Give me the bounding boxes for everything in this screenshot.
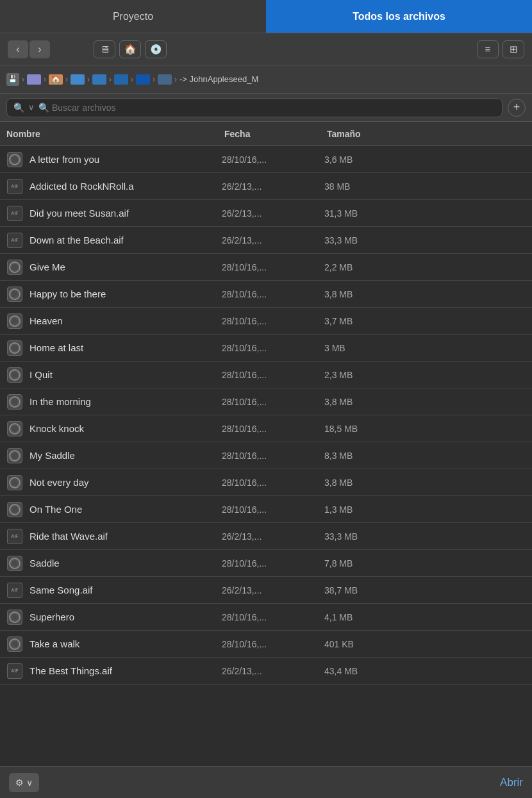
file-size: 1,3 MB [324,504,526,515]
table-row[interactable]: Knock knock28/10/16,...18,5 MB [0,415,532,442]
table-row[interactable]: Take a walk28/10/16,...401 KB [0,631,532,658]
table-header: Nombre Fecha Tamaño [0,122,532,146]
file-name: On The One [29,504,222,515]
table-row[interactable]: I Quit28/10/16,...2,3 MB [0,362,532,388]
breadcrumb: 💾 › › 🏠 › › › › › › -> JohnAppleseed_M [0,65,532,94]
file-size: 43,4 MB [324,666,526,676]
file-size: 3,6 MB [324,154,526,165]
file-name: Heaven [29,315,222,326]
table-row[interactable]: AIFThe Best Things.aif26/2/13,...43,4 MB [0,658,532,685]
table-row[interactable]: Saddle28/10/16,...7,8 MB [0,550,532,577]
file-date: 28/10/16,... [222,262,324,272]
project-file-icon [6,286,23,303]
audio-file-icon: AIF [6,582,23,599]
folder3-icon [136,74,150,85]
table-row[interactable]: AIFSame Song.aif26/2/13,...38,7 MB [0,577,532,604]
file-size: 7,8 MB [324,558,526,569]
file-size: 38 MB [324,181,526,192]
table-row[interactable]: AIFRide that Wave.aif26/2/13,...33,3 MB [0,523,532,550]
audio-file-icon: AIF [6,178,23,195]
tab-todos[interactable]: Todos los archivos [266,0,532,33]
table-row[interactable]: My Saddle28/10/16,...8,3 MB [0,442,532,469]
table-row[interactable]: Home at last28/10/16,...3 MB [0,335,532,362]
file-name: Give Me [29,262,222,272]
back-button[interactable]: ‹ [8,40,28,58]
home-icon-button[interactable]: 🏠 [119,40,141,58]
file-date: 28/10/16,... [222,397,324,407]
table-row[interactable]: In the morning28/10/16,...3,8 MB [0,388,532,415]
table-row[interactable]: AIFDid you meet Susan.aif26/2/13,...31,3… [0,200,532,227]
table-row[interactable]: A letter from you28/10/16,...3,6 MB [0,146,532,173]
project-file-icon [6,259,23,276]
file-name: Not every day [29,477,222,488]
home-folder-icon: 🏠 [49,74,63,85]
table-row[interactable]: Give Me28/10/16,...2,2 MB [0,254,532,281]
folder4-icon [158,74,172,85]
file-date: 28/10/16,... [222,639,324,649]
disc-icon-button[interactable]: 💿 [145,40,167,58]
file-date: 28/10/16,... [222,343,324,353]
location-icons: 🖥 🏠 💿 [94,40,167,58]
gear-button[interactable]: ⚙ ∨ [9,773,39,792]
toolbar: ‹ › 🖥 🏠 💿 ≡ ⊞ [0,33,532,65]
project-file-icon [6,340,23,356]
add-button[interactable]: + [508,99,526,117]
open-button[interactable]: Abrir [500,776,523,789]
file-size: 38,7 MB [324,585,526,595]
list-view-button[interactable]: ≡ [477,40,499,58]
project-file-icon [6,420,23,437]
file-size: 3,8 MB [324,289,526,299]
gear-icon: ⚙ [15,777,24,788]
project-file-icon [6,151,23,168]
table-row[interactable]: Superhero28/10/16,...4,1 MB [0,604,532,631]
column-header-date[interactable]: Fecha [224,129,327,139]
file-size: 33,3 MB [324,235,526,245]
table-row[interactable]: On The One28/10/16,...1,3 MB [0,496,532,523]
project-file-icon [6,313,23,329]
table-row[interactable]: Not every day28/10/16,...3,8 MB [0,469,532,496]
audio-file-icon: AIF [6,232,23,249]
breadcrumb-content: 💾 › › 🏠 › › › › › › -> JohnAppleseed_M [6,73,258,86]
grid-view-button[interactable]: ⊞ [503,40,524,58]
file-name: A letter from you [29,154,222,165]
forward-button[interactable]: › [29,40,50,58]
file-list: A letter from you28/10/16,...3,6 MBAIFAd… [0,146,532,766]
tab-bar: Proyecto Todos los archivos [0,0,532,33]
file-name: I Quit [29,369,222,380]
column-header-name[interactable]: Nombre [6,129,224,139]
file-size: 18,5 MB [324,424,526,434]
tab-proyecto[interactable]: Proyecto [0,0,266,33]
view-buttons: ≡ ⊞ [477,40,524,58]
project-file-icon [6,636,23,653]
table-row[interactable]: Happy to be there28/10/16,...3,8 MB [0,281,532,308]
search-input-wrap[interactable]: 🔍 ∨ [6,98,503,117]
search-icon: 🔍 [13,103,24,113]
file-name: Happy to be there [29,288,222,299]
file-date: 26/2/13,... [222,585,324,595]
project-file-icon [6,367,23,383]
file-date: 26/2/13,... [222,235,324,245]
file-date: 28/10/16,... [222,316,324,326]
table-row[interactable]: AIFDown at the Beach.aif26/2/13,...33,3 … [0,227,532,254]
table-row[interactable]: Heaven28/10/16,...3,7 MB [0,308,532,335]
table-row[interactable]: AIFAddicted to RockNRoll.a26/2/13,...38 … [0,173,532,200]
file-name: Home at last [29,342,222,353]
file-name: My Saddle [29,450,222,461]
nav-buttons: ‹ › [8,40,50,58]
file-name: In the morning [29,396,222,407]
file-name: Addicted to RockNRoll.a [29,181,222,192]
file-size: 3,8 MB [324,397,526,407]
file-size: 3,8 MB [324,478,526,488]
column-header-size[interactable]: Tamaño [327,129,526,139]
file-name: Knock knock [29,423,222,434]
file-date: 28/10/16,... [222,504,324,515]
file-name: Saddle [29,558,222,569]
search-input[interactable] [38,103,495,113]
search-bar: 🔍 ∨ + [0,94,532,122]
disk-icon: 💾 [6,73,19,86]
folder2-icon [114,74,128,85]
monitor-icon-button[interactable]: 🖥 [94,40,115,58]
file-name: Did you meet Susan.aif [29,208,222,219]
file-size: 4,1 MB [324,612,526,622]
audio-file-icon: AIF [6,205,23,222]
